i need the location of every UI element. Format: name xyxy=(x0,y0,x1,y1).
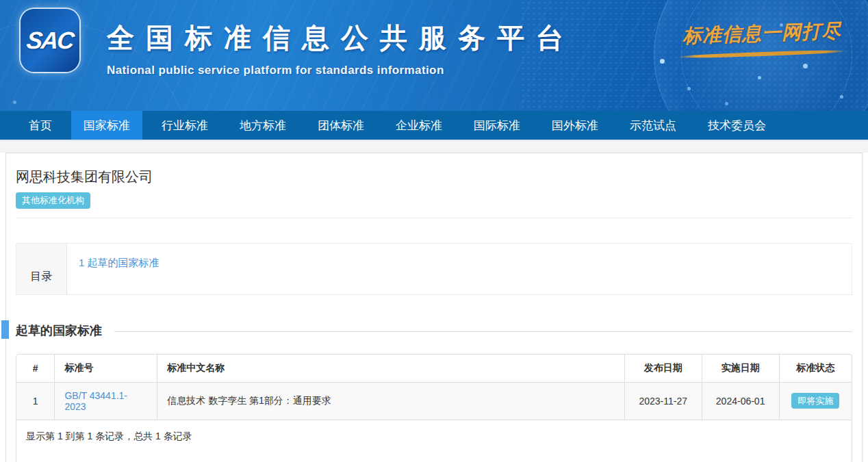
main-nav: 首页 国家标准 行业标准 地方标准 团体标准 企业标准 国际标准 国外标准 示范… xyxy=(0,111,868,141)
nav-item-home[interactable]: 首页 xyxy=(16,111,64,140)
status-badge: 即将实施 xyxy=(791,393,839,409)
col-header-index: # xyxy=(16,355,55,383)
site-header: SAC 全国标准信息公共服务平台 National public service… xyxy=(0,0,868,111)
nav-item-international-standards[interactable]: 国际标准 xyxy=(461,111,533,140)
table-summary-row: 显示第 1 到第 1 条记录，总共 1 条记录 xyxy=(16,420,852,462)
slogan-text: 标准信息一网打尽 xyxy=(676,18,847,50)
org-type-badge: 其他标准化机构 xyxy=(16,192,90,209)
section-rule-line xyxy=(114,331,852,332)
page: SAC 全国标准信息公共服务平台 National public service… xyxy=(0,0,868,462)
toc: 目录 1 起草的国家标准 xyxy=(16,243,852,295)
toc-label: 目录 xyxy=(16,244,67,294)
section-title: 起草的国家标准 xyxy=(16,322,102,339)
nav-item-pilot-demonstration[interactable]: 示范试点 xyxy=(617,111,689,140)
nav-item-enterprise-standards[interactable]: 企业标准 xyxy=(383,111,455,140)
cell-index: 1 xyxy=(16,382,55,420)
cell-standard-name: 信息技术 数字孪生 第1部分：通用要求 xyxy=(157,382,625,420)
sac-logo-text: SAC xyxy=(25,27,75,54)
col-header-implement-date: 实施日期 xyxy=(702,355,779,383)
record-count-summary: 显示第 1 到第 1 条记录，总共 1 条记录 xyxy=(16,420,852,462)
table-header-row: # 标准号 标准中文名称 发布日期 实施日期 标准状态 xyxy=(16,355,852,383)
nav-item-industry-standards[interactable]: 行业标准 xyxy=(149,111,220,140)
separator xyxy=(16,218,852,218)
nav-item-national-standards[interactable]: 国家标准 xyxy=(71,111,142,140)
slogan: 标准信息一网打尽 xyxy=(676,21,847,56)
toc-link-drafted-national-standards[interactable]: 1 起草的国家标准 xyxy=(79,257,159,268)
cell-publish-date: 2023-11-27 xyxy=(624,382,702,420)
section-accent-bar xyxy=(1,320,9,339)
section-header: 起草的国家标准 xyxy=(16,322,852,339)
col-header-standard-no: 标准号 xyxy=(55,355,157,383)
site-title: 全国标准信息公共服务平台 xyxy=(107,19,575,57)
glow-dots-decoration xyxy=(0,0,2,2)
col-header-publish-date: 发布日期 xyxy=(624,355,702,383)
nav-item-group-standards[interactable]: 团体标准 xyxy=(305,111,376,140)
cell-standard-no: GB/T 43441.1-2023 xyxy=(55,382,157,420)
toc-links: 1 起草的国家标准 xyxy=(67,244,159,294)
org-name: 网思科技集团有限公司 xyxy=(16,164,852,186)
nav-content-gap xyxy=(0,141,868,153)
table-row: 1 GB/T 43441.1-2023 信息技术 数字孪生 第1部分：通用要求 … xyxy=(16,382,852,420)
cell-status: 即将实施 xyxy=(779,382,852,420)
title-block: 全国标准信息公共服务平台 National public service pla… xyxy=(107,19,575,77)
site-subtitle: National public service platform for sta… xyxy=(107,64,575,77)
standard-number-link[interactable]: GB/T 43441.1-2023 xyxy=(64,390,127,412)
sac-logo[interactable]: SAC xyxy=(21,9,79,72)
standards-table: # 标准号 标准中文名称 发布日期 实施日期 标准状态 1 GB/T 43441… xyxy=(16,354,852,462)
nav-item-technical-committee[interactable]: 技术委员会 xyxy=(695,111,778,140)
content-panel: 网思科技集团有限公司 其他标准化机构 目录 1 起草的国家标准 起草的国家标准 xyxy=(5,153,863,462)
col-header-standard-name: 标准中文名称 xyxy=(157,355,625,383)
nav-item-foreign-standards[interactable]: 国外标准 xyxy=(539,111,611,140)
cell-implement-date: 2024-06-01 xyxy=(702,382,779,420)
nav-item-local-standards[interactable]: 地方标准 xyxy=(227,111,298,140)
col-header-status: 标准状态 xyxy=(779,355,852,383)
